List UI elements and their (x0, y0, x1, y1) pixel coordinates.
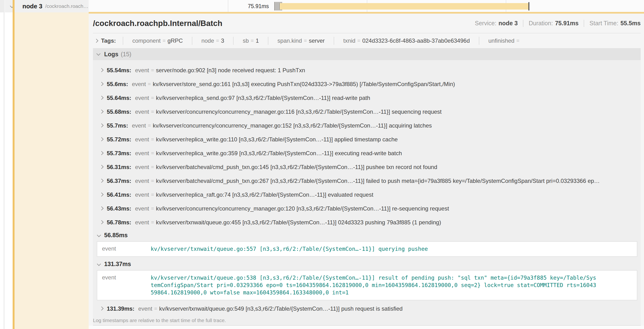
span-duration-bar[interactable] (280, 3, 529, 10)
service-value: node 3 (498, 20, 518, 27)
chevron-right-icon[interactable] (100, 220, 104, 224)
detail-top-accent-border (89, 12, 644, 14)
expanded-log-header[interactable]: 131.37ms (93, 258, 641, 270)
left-page-divider (4, 0, 4, 329)
log-timestamp: 55.73ms: (107, 150, 131, 157)
log-row[interactable]: 56.43ms:event=kv/kvserver/concurrency/co… (93, 202, 641, 216)
log-entry-expanded: 131.37ms event kv/kvserver/txnwait/queue… (93, 258, 641, 300)
logs-section: Logs (15) 55.54ms:event=server/node.go:9… (93, 48, 641, 326)
tags-section[interactable]: Tags: component=gRPC node=3 sb=1 span.ki… (93, 34, 641, 48)
log-timestamp: 56.43ms: (107, 205, 131, 212)
chevron-right-icon[interactable] (100, 124, 104, 128)
expanded-log-header[interactable]: 56.85ms (93, 229, 641, 241)
log-field-value: kv/kvserver/replica_send.go:97 [n3,s3,r6… (156, 95, 370, 101)
chevron-down-icon[interactable] (97, 233, 101, 237)
log-field-value: kv/kvserver/concurrency/concurrency_mana… (153, 122, 432, 129)
tag-component: component=gRPC (118, 37, 187, 45)
chevron-right-icon[interactable] (100, 110, 104, 114)
log-field-value: kv/kvserver/batcheval/cmd_push_txn.go:26… (156, 178, 600, 184)
log-field-value: kv/kvserver/replica_write.go:359 [n3,s3,… (156, 150, 402, 157)
equals-sign: = (151, 109, 154, 115)
log-timestamp: 55.54ms: (107, 67, 131, 74)
logs-header[interactable]: Logs (15) (93, 48, 641, 60)
duration-value: 75.91ms (555, 20, 579, 27)
chevron-right-icon[interactable] (100, 96, 104, 100)
equals-sign: = (148, 122, 151, 129)
chevron-right-icon[interactable] (94, 39, 98, 43)
expanded-log-detail: event kv/kvserver/txnwait/queue.go:557 [… (97, 241, 637, 257)
log-row[interactable]: 55.6ms:event=kv/kvserver/store_send.go:1… (93, 77, 641, 91)
chevron-down-icon[interactable] (96, 52, 100, 56)
chevron-right-icon[interactable] (100, 137, 104, 141)
chevron-right-icon[interactable] (100, 179, 104, 183)
equals-sign: = (162, 38, 166, 44)
tag-span-kind: span.kind=server (263, 37, 329, 45)
log-timestamp: 131.37ms (104, 260, 131, 268)
log-row[interactable]: 55.73ms:event=kv/kvserver/replica_write.… (93, 146, 641, 160)
equals-sign: = (151, 206, 154, 212)
span-end-tick (528, 2, 529, 10)
selected-row-highlight-column (14, 12, 89, 329)
equals-sign: = (216, 38, 219, 44)
chevron-right-icon[interactable] (100, 306, 104, 311)
log-row[interactable]: 55.72ms:event=kv/kvserver/replica_write.… (93, 132, 641, 146)
log-field-key: event (135, 108, 149, 115)
log-timestamp: 56.41ms: (107, 192, 131, 198)
chevron-right-icon[interactable] (100, 68, 104, 72)
chevron-right-icon[interactable] (100, 206, 104, 210)
log-timestamp: 55.6ms: (107, 81, 128, 88)
log-timestamp: 55.68ms: (107, 108, 131, 115)
log-row[interactable]: 56.31ms:event=kv/kvserver/batcheval/cmd_… (93, 160, 641, 174)
log-timestamp: 55.7ms: (107, 122, 128, 129)
equals-sign: = (357, 38, 360, 44)
tag-txnid: txnid=024d3323-6c8f-4863-aa8b-37ab0e6349… (329, 37, 474, 45)
equals-sign: = (148, 81, 151, 87)
log-row[interactable]: 55.68ms:event=kv/kvserver/concurrency/co… (93, 105, 641, 119)
equals-sign: = (151, 136, 154, 142)
span-meta: Service:node 3 Duration:75.91ms Start Ti… (475, 20, 641, 27)
timeline-gridline (228, 0, 228, 12)
log-row[interactable]: 56.78ms:event=kv/kvserver/txnwait/queue.… (93, 216, 641, 229)
logs-footer-note: Log timestamps are relative to the start… (93, 316, 641, 325)
log-row[interactable]: 56.41ms:event=kv/kvserver/replica_raft.g… (93, 188, 641, 202)
span-service-name: node 3 (22, 2, 42, 10)
equals-sign: = (516, 38, 519, 44)
equals-sign: = (151, 164, 154, 170)
log-row[interactable]: 56.37ms:event=kv/kvserver/batcheval/cmd_… (93, 174, 641, 188)
log-field-key: event (135, 205, 149, 212)
span-operation-name: /cockroach.roach… (45, 3, 88, 9)
span-name-row[interactable]: node 3 /cockroach.roach… (5, 0, 89, 12)
equals-sign: = (151, 192, 154, 198)
child-span-tick (278, 2, 278, 10)
chevron-down-icon[interactable] (97, 262, 101, 266)
log-field-value: kv/kvserver/replica_raft.go:74 [n3,s3,r6… (156, 192, 373, 198)
chevron-right-icon[interactable] (100, 193, 104, 197)
log-field-key: event (135, 164, 149, 170)
log-field-value: kv/kvserver/concurrency/concurrency_mana… (156, 108, 442, 115)
log-field-value: kv/kvserver/txnwait/queue.go:549 [n3,s3,… (159, 306, 402, 312)
child-span-tick (276, 2, 276, 10)
equals-sign: = (151, 178, 154, 184)
log-timestamp: 55.72ms: (107, 136, 131, 143)
span-detail-panel: /cockroach.roachpb.Internal/Batch Servic… (89, 14, 644, 329)
log-row[interactable]: 55.7ms:event=kv/kvserver/concurrency/con… (93, 119, 641, 132)
start-time-label: Start Time: (590, 20, 618, 27)
log-row[interactable]: 55.54ms:event=server/node.go:902 [n3] no… (93, 64, 641, 77)
log-row[interactable]: 131.39ms:event=kv/kvserver/txnwait/queue… (93, 302, 641, 316)
log-field-value-mono: kv/kvserver/txnwait/queue.go:557 [n3,s3,… (151, 245, 428, 253)
span-detail-header: /cockroach.roachpb.Internal/Batch Servic… (93, 14, 641, 34)
log-timestamp: 56.37ms: (107, 178, 131, 184)
chevron-right-icon[interactable] (100, 82, 104, 86)
expanded-log-detail: event kv/kvserver/txnwait/queue.go:538 [… (97, 270, 637, 300)
log-field-value: kv/kvserver/txnwait/queue.go:455 [n3,s3,… (156, 219, 441, 226)
log-timestamp: 56.31ms: (107, 164, 131, 170)
log-field-key: event (97, 245, 151, 253)
chevron-right-icon[interactable] (100, 151, 104, 155)
child-span-tick (277, 2, 277, 10)
child-span-tick (279, 2, 280, 10)
child-span-tick (274, 2, 275, 10)
log-row[interactable]: 55.64ms:event=kv/kvserver/replica_send.g… (93, 91, 641, 105)
chevron-right-icon[interactable] (100, 165, 104, 169)
log-field-value-mono: kv/kvserver/txnwait/queue.go:538 [n3,s3,… (151, 274, 596, 296)
below-logs-strip (89, 326, 644, 329)
